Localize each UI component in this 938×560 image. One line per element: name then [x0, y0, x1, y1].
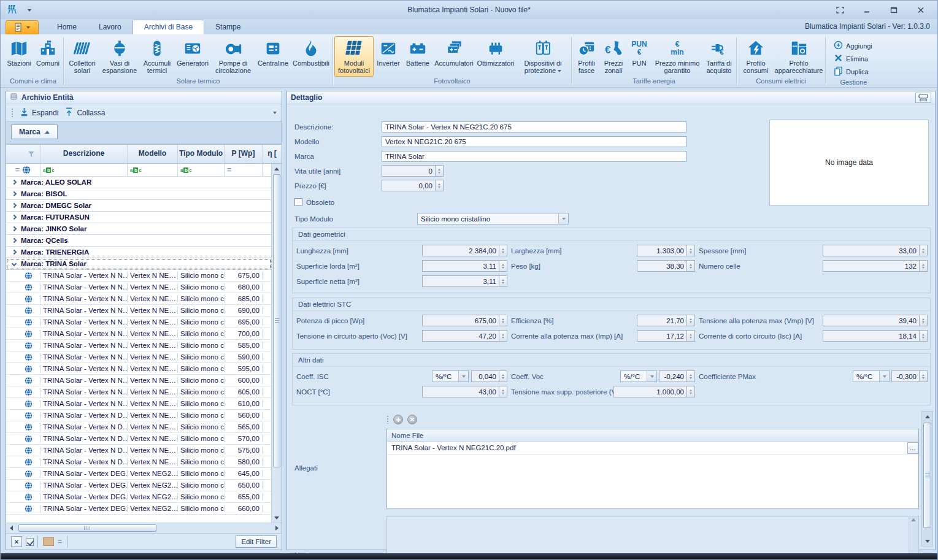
spinner[interactable]	[920, 315, 928, 326]
close-button[interactable]	[917, 6, 925, 13]
module-row[interactable]: TRINA Solar - Vertex N D… Vertex N NE… S…	[6, 456, 271, 468]
tab-stampe[interactable]: Stampe	[204, 20, 252, 34]
prezzo-minimo-button[interactable]: € min Prezzo minimo garantito	[652, 36, 703, 77]
spinner[interactable]	[687, 370, 695, 382]
module-row[interactable]: TRINA Solar - Vertex N N… Vertex N NE… S…	[6, 351, 271, 363]
pompe-circolazione-button[interactable]: Pompe di circolazione	[211, 36, 255, 77]
combo-arrow-icon[interactable]	[558, 213, 568, 224]
module-row[interactable]: TRINA Solar - Vertex N N… Vertex N NE… S…	[6, 398, 271, 410]
ottimizzatori-button[interactable]: Ottimizzatori	[475, 36, 516, 69]
brand-group-row[interactable]: Marca: TRIENERGIA	[6, 247, 271, 258]
stazioni-button[interactable]: Stazioni	[4, 36, 34, 69]
brand-group-row[interactable]: Marca: JINKO Solar	[6, 223, 271, 235]
comuni-button[interactable]: Comuni	[34, 36, 62, 69]
coeff-pmax-unit-select[interactable]: %/°C	[853, 370, 890, 382]
peso-input[interactable]: 38,30	[637, 260, 687, 272]
vita-utile-input[interactable]: 0	[382, 165, 436, 177]
potenza-picco-input[interactable]: 675,00	[422, 315, 499, 326]
spinner[interactable]	[499, 386, 507, 397]
attachment-browse-button[interactable]: …	[907, 442, 918, 454]
chevron-right-icon[interactable]	[12, 191, 17, 196]
filter-expression[interactable]: =	[37, 535, 67, 548]
moduli-fotovoltaici-button[interactable]: Moduli fotovoltaici	[334, 36, 374, 77]
espandi-button[interactable]: Espandi	[20, 107, 58, 118]
attachment-row[interactable]: TRINA Solar - Vertex N NEG21C.20.pdf …	[387, 442, 918, 455]
brand-group-row[interactable]: Marca: FUTURASUN	[6, 212, 271, 223]
module-row[interactable]: TRINA Solar - Vertex DEG… Vertex NEG2… S…	[6, 480, 271, 491]
spessore-input[interactable]: 33,00	[823, 245, 920, 256]
grid-horizontal-scrollbar[interactable]	[6, 523, 282, 533]
group-by-marca-chip[interactable]: Marca	[11, 125, 58, 139]
collassa-button[interactable]: Collassa	[64, 107, 105, 118]
accumulatori-button[interactable]: Accumulatori	[432, 36, 475, 69]
spinner[interactable]	[687, 330, 695, 342]
dispositivi-protezione-button[interactable]: Dispositivi di protezione	[516, 36, 570, 77]
duplica-button[interactable]: Duplica	[832, 66, 874, 78]
scroll-thumb[interactable]	[18, 524, 156, 532]
panel-resize-button[interactable]	[915, 93, 931, 103]
tab-home[interactable]: Home	[46, 20, 88, 34]
profilo-consumi-button[interactable]: Profilo consumi	[738, 36, 774, 77]
coeff-isc-input[interactable]: 0,040	[471, 370, 499, 382]
chevron-right-icon[interactable]	[12, 215, 17, 220]
marca-input[interactable]: TRINA Solar	[382, 151, 686, 162]
spinner[interactable]	[499, 370, 507, 382]
col-modello[interactable]: Modello	[128, 145, 178, 163]
toolbar-grip[interactable]	[11, 108, 13, 118]
coeff-isc-unit-select[interactable]: %/°C	[432, 370, 469, 382]
collettori-solari-button[interactable]: Collettori solari	[65, 36, 99, 77]
efficienza-input[interactable]: 21,70	[637, 315, 687, 326]
coeff-pmax-input[interactable]: -0,300	[891, 370, 920, 382]
scroll-up-button[interactable]	[272, 164, 282, 174]
col-eta[interactable]: η [	[263, 145, 282, 163]
batterie-button[interactable]: Batterie	[403, 36, 432, 69]
prezzi-zonali-button[interactable]: € Prezzi zonali	[600, 36, 627, 77]
coeff-voc-unit-select[interactable]: %/°C	[620, 370, 657, 382]
scroll-down-button[interactable]	[272, 513, 282, 523]
remove-attachment-button[interactable]	[407, 415, 417, 424]
quick-access-caret-icon[interactable]	[26, 4, 31, 15]
module-row[interactable]: TRINA Solar - Vertex N N… Vertex N NE… S…	[6, 363, 271, 375]
chevron-right-icon[interactable]	[12, 180, 17, 185]
module-row[interactable]: TRINA Solar - Vertex N N… Vertex N NE… S…	[6, 270, 271, 282]
spinner[interactable]	[499, 315, 507, 326]
spinner[interactable]	[920, 245, 928, 256]
module-row[interactable]: TRINA Solar - Vertex N N… Vertex N NE… S…	[6, 305, 271, 316]
brand-group-row[interactable]: Marca: DMEGC Solar	[6, 200, 271, 212]
chevron-down-icon[interactable]	[12, 261, 17, 266]
inverter-button[interactable]: Inverter	[374, 36, 403, 69]
detail-vertical-scrollbar[interactable]	[921, 411, 933, 547]
minimize-button[interactable]	[863, 6, 871, 13]
add-attachment-button[interactable]	[393, 415, 403, 424]
spinner[interactable]	[499, 245, 507, 256]
module-row[interactable]: TRINA Solar - Vertex N N… Vertex N NE… S…	[6, 328, 271, 340]
spinner[interactable]	[499, 260, 507, 272]
tab-lavoro[interactable]: Lavoro	[88, 20, 133, 34]
filter-enabled-checkbox[interactable]	[26, 538, 34, 546]
filter-cell-eta[interactable]	[263, 164, 271, 176]
scroll-thumb[interactable]	[273, 174, 280, 467]
brand-group-row[interactable]: Marca: QCells	[6, 235, 271, 247]
toolbar-grip[interactable]	[386, 415, 389, 424]
spinner[interactable]	[499, 330, 507, 342]
tab-archivi-di-base[interactable]: Archivi di Base	[133, 20, 204, 34]
scroll-left-button[interactable]	[6, 523, 16, 533]
obsoleto-checkbox[interactable]	[294, 198, 302, 206]
descrizione-input[interactable]: TRINA Solar - Vertex N NEG21C.20 675	[382, 121, 686, 132]
elimina-button[interactable]: Elimina	[832, 53, 874, 64]
larghezza-input[interactable]: 1.303,00	[637, 245, 687, 256]
prezzo-input[interactable]: 0,00	[382, 180, 436, 191]
profilo-apparecchiature-button[interactable]: Profilo apparecchiature	[774, 36, 824, 77]
pun-button[interactable]: PUN € PUN	[627, 36, 652, 69]
coeff-voc-input[interactable]: -0,240	[659, 370, 687, 382]
module-row[interactable]: TRINA Solar - Vertex N N… Vertex N NE… S…	[6, 282, 271, 293]
module-row[interactable]: TRINA Solar - Vertex N N… Vertex N NE… S…	[6, 293, 271, 305]
module-row[interactable]: TRINA Solar - Vertex N N… Vertex N NE… S…	[6, 375, 271, 386]
aggiungi-button[interactable]: Aggiungi	[832, 40, 874, 52]
col-descrizione[interactable]: Descrizione	[40, 145, 128, 163]
chevron-right-icon[interactable]	[12, 203, 17, 208]
vmax-input[interactable]: 1.000,00	[613, 386, 687, 397]
isc-input[interactable]: 18,14	[823, 330, 920, 342]
prezzo-spinner[interactable]	[436, 180, 444, 191]
module-row[interactable]: TRINA Solar - Vertex DEG… Vertex NEG2… S…	[6, 503, 271, 515]
